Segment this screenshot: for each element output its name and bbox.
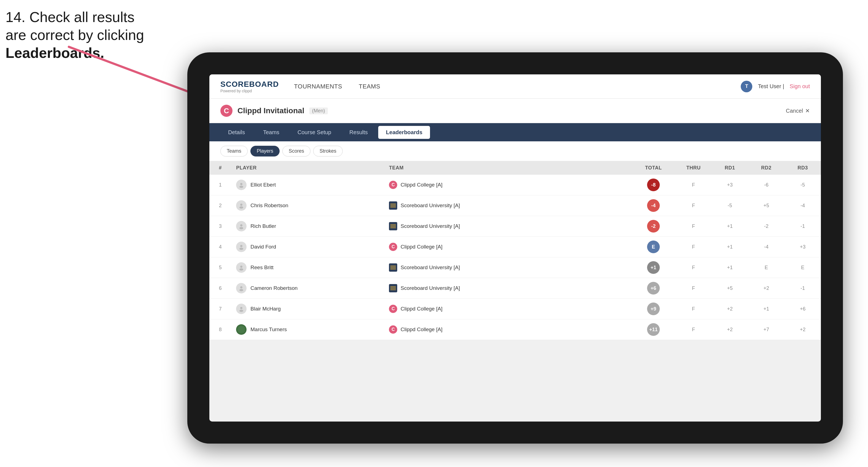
row-rd3: E — [784, 257, 821, 278]
nav-tournaments[interactable]: TOURNAMENTS — [292, 83, 343, 90]
row-position: 5 — [209, 257, 231, 278]
player-avatar — [236, 262, 247, 273]
row-thru: F — [675, 278, 712, 299]
nav-teams[interactable]: TEAMS — [357, 83, 381, 90]
tab-leaderboards[interactable]: Leaderboards — [378, 126, 430, 139]
player-avatar — [236, 200, 247, 211]
row-rd2: -6 — [748, 175, 784, 195]
row-rd2: +7 — [748, 319, 784, 340]
svg-point-9 — [239, 248, 243, 250]
table-row: 8 Marcus Turners C Clippd College [A] +1… — [209, 319, 821, 340]
team-logo-scoreboard — [389, 201, 397, 210]
row-total: +11 — [632, 319, 676, 340]
svg-point-10 — [240, 266, 242, 268]
user-avatar: T — [741, 81, 752, 92]
tournament-logo: C — [220, 105, 232, 117]
row-total: -8 — [632, 175, 676, 195]
filter-strokes[interactable]: Strokes — [313, 146, 343, 156]
row-total: -4 — [632, 195, 676, 216]
filter-scores[interactable]: Scores — [282, 146, 310, 156]
row-rd3: -4 — [784, 195, 821, 216]
powered-by: Powered by clippd — [220, 89, 252, 93]
logo-text: SCOREBOARD — [220, 80, 279, 89]
row-position: 7 — [209, 299, 231, 319]
row-thru: F — [675, 319, 712, 340]
row-thru: F — [675, 257, 712, 278]
row-rd2: +2 — [748, 278, 784, 299]
row-total: +6 — [632, 278, 676, 299]
table-row: 2 Chris Robertson Scoreboard University … — [209, 195, 821, 216]
row-position: 6 — [209, 278, 231, 299]
row-total: +1 — [632, 257, 676, 278]
row-rd2: -4 — [748, 237, 784, 257]
svg-point-14 — [240, 307, 242, 309]
tournament-title-row: C Clippd Invitational (Men) — [220, 105, 328, 117]
tab-results[interactable]: Results — [342, 126, 375, 139]
row-rd2: E — [748, 257, 784, 278]
row-rd2: +5 — [748, 195, 784, 216]
tournament-title: Clippd Invitational — [238, 106, 304, 115]
row-team: Scoreboard University [A] — [384, 195, 632, 216]
row-team: Scoreboard University [A] — [384, 257, 632, 278]
row-rd2: +1 — [748, 299, 784, 319]
team-logo-clippd: C — [389, 181, 397, 189]
leaderboard-table-container: # PLAYER TEAM TOTAL THRU RD1 RD2 RD3 1 — [209, 161, 821, 340]
table-row: 1 Elliot Ebert C Clippd College [A] -8 F… — [209, 175, 821, 195]
row-position: 2 — [209, 195, 231, 216]
header-pos: # — [209, 161, 231, 175]
row-rd1: +3 — [712, 175, 748, 195]
svg-point-13 — [239, 289, 243, 291]
row-player: Cameron Robertson — [231, 278, 384, 299]
row-team: Scoreboard University [A] — [384, 216, 632, 237]
sign-out-link[interactable]: Sign out — [790, 83, 810, 90]
row-rd3: -1 — [784, 216, 821, 237]
row-rd2: -2 — [748, 216, 784, 237]
row-player: Rich Butler — [231, 216, 384, 237]
row-thru: F — [675, 216, 712, 237]
team-logo-scoreboard — [389, 222, 397, 230]
row-total: E — [632, 237, 676, 257]
cancel-button[interactable]: Cancel ✕ — [786, 107, 810, 114]
player-avatar — [236, 304, 247, 314]
svg-point-6 — [240, 224, 242, 226]
table-row: 3 Rich Butler Scoreboard University [A] … — [209, 216, 821, 237]
row-thru: F — [675, 195, 712, 216]
brand-logo: SCOREBOARD Powered by clippd — [220, 80, 279, 93]
team-logo-clippd: C — [389, 243, 397, 251]
player-avatar — [236, 221, 247, 231]
close-icon: ✕ — [805, 107, 810, 114]
row-player: Elliot Ebert — [231, 175, 384, 195]
row-rd3: +2 — [784, 319, 821, 340]
team-logo-clippd: C — [389, 305, 397, 313]
row-rd1: -5 — [712, 195, 748, 216]
tab-teams[interactable]: Teams — [255, 126, 287, 139]
header-rd3: RD3 — [784, 161, 821, 175]
filter-players[interactable]: Players — [250, 146, 280, 156]
row-position: 4 — [209, 237, 231, 257]
header-total: TOTAL — [632, 161, 676, 175]
row-player: Chris Robertson — [231, 195, 384, 216]
row-rd1: +2 — [712, 319, 748, 340]
row-thru: F — [675, 237, 712, 257]
tab-details[interactable]: Details — [220, 126, 253, 139]
row-total: -2 — [632, 216, 676, 237]
svg-point-5 — [239, 206, 243, 209]
svg-point-4 — [240, 204, 242, 206]
header-thru: THRU — [675, 161, 712, 175]
row-position: 3 — [209, 216, 231, 237]
leaderboard-table: # PLAYER TEAM TOTAL THRU RD1 RD2 RD3 1 — [209, 161, 821, 340]
tab-navigation: Details Teams Course Setup Results Leade… — [209, 123, 821, 141]
tablet-shell: SCOREBOARD Powered by clippd TOURNAMENTS… — [187, 52, 843, 443]
row-player: Marcus Turners — [231, 319, 384, 340]
row-rd3: -1 — [784, 278, 821, 299]
nav-right: T Test User | Sign out — [741, 81, 810, 92]
header-rd1: RD1 — [712, 161, 748, 175]
filter-teams[interactable]: Teams — [220, 146, 248, 156]
row-rd3: +6 — [784, 299, 821, 319]
row-rd1: +1 — [712, 216, 748, 237]
player-avatar — [236, 283, 247, 293]
table-row: 5 Rees Britt Scoreboard University [A] +… — [209, 257, 821, 278]
row-team: C Clippd College [A] — [384, 237, 632, 257]
row-team: C Clippd College [A] — [384, 299, 632, 319]
tab-course-setup[interactable]: Course Setup — [290, 126, 339, 139]
